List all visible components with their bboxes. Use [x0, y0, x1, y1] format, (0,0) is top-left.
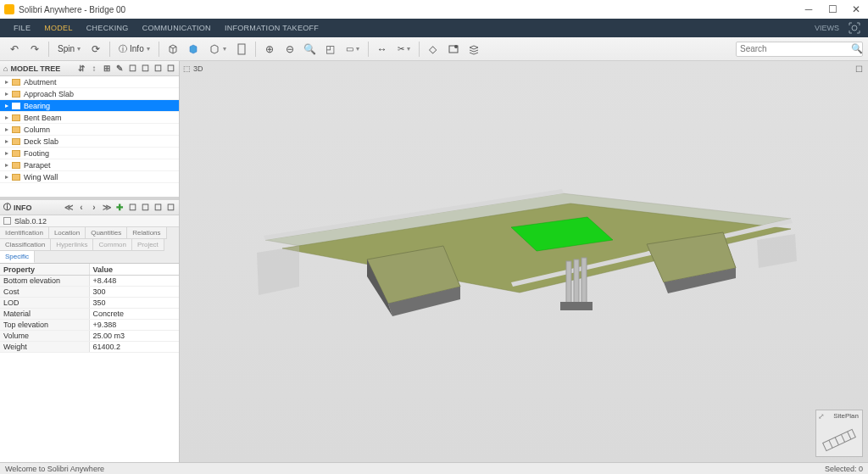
viewport-close-icon[interactable]: ☐: [855, 64, 863, 74]
tree-item-bent-beam[interactable]: ▸Bent Beam: [0, 112, 179, 124]
info-tool-3[interactable]: ☐: [140, 203, 150, 213]
toolbar: ↶ ↷ Spin▾ ⟳ ⓘ Info▾ ▾ ⊕ ⊖ 🔍 ◰ ▭▾ ↔ ✂▾ ◇ …: [0, 37, 868, 61]
info-tool-4[interactable]: ☐: [153, 203, 163, 213]
element-icon: [3, 217, 11, 225]
minimize-button[interactable]: ─: [797, 3, 821, 15]
siteplan-widget[interactable]: ⤢ SitePlan: [815, 410, 863, 457]
properties-table: Property Value Bottom elevation+8.448Cos…: [0, 264, 179, 462]
view-dropdown[interactable]: ▭▾: [342, 40, 364, 59]
tree-item-column[interactable]: ▸Column: [0, 124, 179, 136]
cube-solid-icon[interactable]: [184, 40, 203, 59]
prop-row[interactable]: Weight61400.2: [0, 342, 179, 353]
svg-marker-18: [257, 246, 299, 295]
zoom-in-icon[interactable]: ⊕: [260, 40, 279, 59]
tree-item-abutment[interactable]: ▸Abutment: [0, 76, 179, 88]
tree-item-approach-slab[interactable]: ▸Approach Slab: [0, 88, 179, 100]
undo-button[interactable]: ↶: [5, 40, 24, 59]
prop-row[interactable]: Top elevation+9.388: [0, 320, 179, 331]
search-input[interactable]: [740, 44, 848, 53]
info-tab-common[interactable]: Common: [93, 239, 131, 251]
info-tab-quantities[interactable]: Quantities: [86, 227, 127, 239]
cube-wire-icon[interactable]: [164, 40, 182, 59]
tree-tool-6[interactable]: ☐: [140, 64, 150, 74]
svg-rect-16: [581, 258, 587, 304]
svg-line-23: [841, 434, 844, 442]
tree-tool-8[interactable]: ☐: [165, 64, 175, 74]
siteplan-pin-icon[interactable]: ⤢: [818, 412, 825, 421]
doc-icon[interactable]: [232, 40, 251, 59]
info-nav-first[interactable]: ≪: [64, 203, 74, 213]
zoom-fit-icon[interactable]: 🔍: [301, 40, 320, 59]
siteplan-label: SitePlan: [833, 412, 859, 420]
info-tab-specific[interactable]: Specific: [0, 251, 35, 263]
tree-tool-1[interactable]: ⇵: [76, 64, 86, 74]
info-nav-last[interactable]: ≫: [102, 203, 112, 213]
search-icon[interactable]: 🔍: [851, 43, 863, 54]
model-tree[interactable]: ▸Abutment▸Approach Slab▸Bearing▸Bent Bea…: [0, 76, 179, 183]
tree-tool-7[interactable]: ☐: [153, 64, 163, 74]
svg-point-0: [852, 25, 857, 31]
redo-button[interactable]: ↷: [25, 40, 44, 59]
zoom-out-icon[interactable]: ⊖: [281, 40, 299, 59]
tree-tool-2[interactable]: ↕: [89, 64, 99, 74]
info-tab-location[interactable]: Location: [49, 227, 86, 239]
prop-row[interactable]: Volume25.00 m3: [0, 331, 179, 342]
maximize-button[interactable]: ☐: [821, 3, 844, 15]
views-label[interactable]: VIEWS: [811, 24, 843, 32]
info-nav-next[interactable]: ›: [89, 203, 99, 213]
prop-header-value[interactable]: Value: [90, 264, 180, 275]
info-dropdown[interactable]: ⓘ Info▾: [114, 40, 154, 59]
prop-header-property[interactable]: Property: [0, 264, 90, 275]
tree-item-parapet[interactable]: ▸Parapet: [0, 159, 179, 171]
info-tool-1[interactable]: ✚: [114, 203, 125, 213]
measure-icon[interactable]: ↔: [373, 40, 392, 59]
info-tab-identification[interactable]: Identification: [0, 227, 49, 239]
info-tool-2[interactable]: ☐: [127, 203, 137, 213]
svg-rect-17: [560, 302, 593, 310]
tree-tool-5[interactable]: ☐: [127, 64, 137, 74]
map-marker-icon[interactable]: [444, 40, 463, 59]
spin-dropdown[interactable]: Spin▾: [53, 40, 85, 59]
info-title: INFO: [14, 204, 32, 212]
menu-checking[interactable]: CHECKING: [80, 24, 136, 32]
info-tab-project[interactable]: Project: [132, 239, 164, 251]
viewport-3d[interactable]: ⬚3D ☐ ⤢: [180, 61, 868, 462]
tree-item-wing-wall[interactable]: ▸Wing Wall: [0, 171, 179, 183]
menu-communication[interactable]: COMMUNICATION: [136, 24, 218, 32]
status-bar: Welcome to Solibri Anywhere Selected: 0: [0, 462, 868, 474]
tree-item-deck-slab[interactable]: ▸Deck Slab: [0, 136, 179, 148]
menu-information-takeoff[interactable]: INFORMATION TAKEOFF: [218, 24, 326, 32]
info-tabs: IdentificationLocationQuantitiesRelation…: [0, 227, 179, 264]
app-icon: [4, 4, 14, 14]
model-tree-title-icon: ⌂: [3, 64, 8, 73]
info-tab-classification[interactable]: Classification: [0, 239, 51, 251]
tree-tool-3[interactable]: ⊞: [102, 64, 112, 74]
info-tab-relations[interactable]: Relations: [127, 227, 166, 239]
svg-marker-19: [757, 234, 797, 268]
tree-tool-4[interactable]: ✎: [114, 64, 125, 74]
prop-row[interactable]: LOD350: [0, 298, 179, 309]
search-box[interactable]: 🔍: [736, 42, 863, 57]
titlebar: Solibri Anywhere - Bridge 00 ─ ☐ ✕: [0, 0, 868, 19]
menu-file[interactable]: FILE: [7, 24, 37, 32]
section-icon[interactable]: ◇: [424, 40, 442, 59]
prop-row[interactable]: Cost300: [0, 287, 179, 298]
info-tab-hyperlinks[interactable]: Hyperlinks: [51, 239, 93, 251]
refresh-icon[interactable]: ⟳: [86, 40, 105, 59]
tree-item-footing[interactable]: ▸Footing: [0, 148, 179, 159]
info-nav-prev[interactable]: ‹: [76, 203, 86, 213]
prop-row[interactable]: Bottom elevation+8.448: [0, 276, 179, 287]
focus-mode-icon[interactable]: [848, 21, 861, 35]
svg-rect-1: [238, 44, 245, 54]
measure-dropdown[interactable]: ✂▾: [393, 40, 415, 59]
layers-icon[interactable]: [465, 40, 483, 59]
info-tool-5[interactable]: ☐: [165, 203, 175, 213]
zoom-window-icon[interactable]: ◰: [321, 40, 340, 59]
bridge-3d-model[interactable]: [248, 159, 799, 346]
menu-model[interactable]: MODEL: [37, 24, 80, 32]
cube-dropdown[interactable]: ▾: [204, 40, 231, 59]
prop-row[interactable]: MaterialConcrete: [0, 309, 179, 320]
close-window-button[interactable]: ✕: [844, 3, 868, 15]
info-header: ⓘ INFO ≪ ‹ › ≫ ✚ ☐ ☐ ☐ ☐: [0, 200, 179, 215]
tree-item-bearing[interactable]: ▸Bearing: [0, 100, 179, 112]
